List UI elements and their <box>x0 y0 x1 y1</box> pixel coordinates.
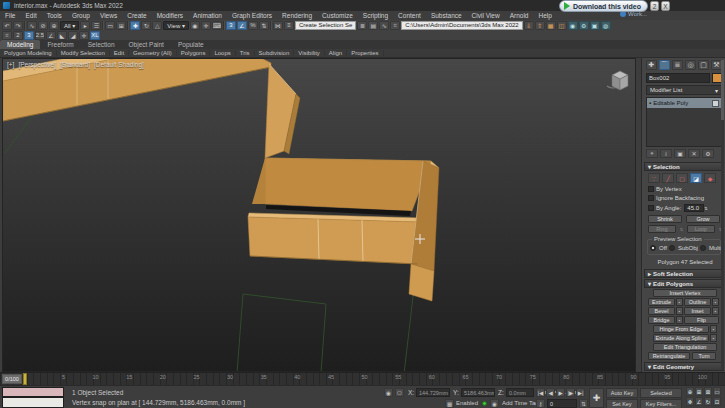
configure-modifier-sets-icon[interactable]: ⚙ <box>702 149 714 158</box>
viewcube[interactable] <box>607 71 628 90</box>
snaps-3d-icon[interactable]: 3 <box>24 31 34 40</box>
hinge-from-edge-button[interactable]: Hinge From Edge <box>653 325 709 333</box>
loop-button[interactable]: Loop <box>687 225 715 233</box>
zoom-all-icon[interactable]: ⊞ <box>695 387 703 396</box>
menu-views[interactable]: Views <box>95 12 122 19</box>
download-video-button[interactable]: Download this video <box>559 0 648 12</box>
named-selection-set-field[interactable]: Create Selection Se <box>295 21 356 30</box>
extrude-along-spline-settings-icon[interactable]: ▪ <box>710 334 717 342</box>
edit-geometry-rollout-header[interactable]: ▾ Edit Geometry <box>644 362 724 371</box>
flip-button[interactable]: Flip <box>684 316 719 324</box>
cone-icon-1[interactable]: ◣ <box>57 31 67 40</box>
extrude-button[interactable]: Extrude <box>648 298 675 306</box>
by-vertex-row[interactable]: By Vertex <box>648 186 722 192</box>
orbit-icon[interactable]: ↻ <box>704 397 712 406</box>
modifier-list-dropdown[interactable]: Modifier List ▾ <box>646 85 722 95</box>
unlink-selection-icon[interactable]: ⊘ <box>38 21 48 30</box>
ribbon-subtab-polygons[interactable]: Polygons <box>177 50 211 56</box>
curve-editor-icon[interactable]: ∿ <box>379 21 389 30</box>
panel-scrollbar[interactable] <box>721 60 724 370</box>
select-object-icon[interactable]: ▸ <box>80 21 90 30</box>
modifier-stack[interactable]: ▪ Editable Poly <box>646 97 722 147</box>
frame-spinner[interactable]: ⇅ <box>579 399 588 408</box>
snaps-toggle-icon[interactable]: 3 <box>226 21 236 30</box>
preview-off-radio[interactable] <box>650 245 656 251</box>
modify-tab-icon[interactable]: ⌒ <box>659 60 670 70</box>
show-end-result-icon[interactable]: ≀ <box>660 149 672 158</box>
ribbon-subtab-properties[interactable]: Properties <box>347 50 383 56</box>
go-to-end-button[interactable]: ▶| <box>576 388 585 397</box>
insert-vertex-button[interactable]: Insert Vertex <box>653 289 717 297</box>
outline-button[interactable]: Outline <box>684 298 711 306</box>
use-pivot-center-icon[interactable]: ◉ <box>190 21 200 30</box>
export-asset-icon[interactable]: ▦ <box>546 21 556 30</box>
menu-file[interactable]: File <box>0 12 20 19</box>
inset-settings-icon[interactable]: ▪ <box>712 307 719 315</box>
y-coordinate-field[interactable]: 5186.463mm <box>461 388 495 397</box>
key-filters-button[interactable]: Key Filters... <box>640 399 682 408</box>
make-unique-icon[interactable]: ▣ <box>674 149 686 158</box>
grow-button[interactable]: Grow <box>686 215 720 223</box>
time-slider-marker[interactable] <box>23 373 27 385</box>
selection-filter-dropdown[interactable]: All ▾ <box>60 21 79 30</box>
select-and-manipulate-icon[interactable]: ✛ <box>201 21 211 30</box>
bridge-settings-icon[interactable]: ▪ <box>676 316 683 324</box>
ribbon-subtab-edit[interactable]: Edit <box>110 50 129 56</box>
shrink-button[interactable]: Shrink <box>648 215 682 223</box>
menu-customize[interactable]: Customize <box>317 12 358 19</box>
person-plus-icon[interactable]: ✛ <box>79 31 89 40</box>
asset-library-icon[interactable]: ⇩ <box>524 21 534 30</box>
menu-content[interactable]: Content <box>393 12 426 19</box>
stack-item-editable-poly[interactable]: ▪ Editable Poly <box>647 98 721 108</box>
menu-animation[interactable]: Animation <box>188 12 227 19</box>
select-by-name-icon[interactable]: ☰ <box>91 21 101 30</box>
ribbon-tab-selection[interactable]: Selection <box>81 40 122 49</box>
maxscript-mini-listener[interactable] <box>2 397 64 408</box>
key-mode-toggle-icon[interactable]: ⚷ <box>536 399 545 408</box>
menu-group[interactable]: Group <box>67 12 95 19</box>
x-coordinate-field[interactable]: 144.729mm <box>416 388 450 397</box>
reference-coordinate-dropdown[interactable]: View ▾ <box>163 21 189 30</box>
ribbon-subtab-geometry-all-[interactable]: Geometry (All) <box>129 50 177 56</box>
menu-modifiers[interactable]: Modifiers <box>152 12 188 19</box>
menu-graph-editors[interactable]: Graph Editors <box>227 12 277 19</box>
angle-spinner[interactable]: ⇅ <box>704 206 707 211</box>
select-and-rotate-icon[interactable]: ↻ <box>141 21 151 30</box>
viewport-menu-plus[interactable]: [+] <box>7 61 14 68</box>
preview-subobj-radio[interactable] <box>669 245 675 251</box>
field-of-view-icon[interactable]: ∠ <box>695 397 703 406</box>
create-tab-icon[interactable]: ✚ <box>646 60 657 70</box>
turn-button[interactable]: Turn <box>692 352 716 360</box>
bevel-settings-icon[interactable]: ▪ <box>676 307 683 315</box>
ribbon-tab-modeling[interactable]: Modeling <box>0 40 40 49</box>
border-subobject-icon[interactable]: ▢ <box>676 173 688 183</box>
zoom-region-icon[interactable]: ▭ <box>713 387 721 396</box>
retriangulate-button[interactable]: Retriangulate <box>648 352 690 360</box>
rectangular-selection-region-icon[interactable]: ▭ <box>105 21 115 30</box>
menu-arnold[interactable]: Arnold <box>505 12 534 19</box>
viewport-canvas[interactable] <box>3 59 636 372</box>
snaps-25d-icon[interactable]: 2.5 <box>35 31 45 40</box>
menu-scripting[interactable]: Scripting <box>358 12 393 19</box>
edge-subobject-icon[interactable]: ╱ <box>662 173 674 183</box>
ribbon-subtab-tris[interactable]: Tris <box>236 50 255 56</box>
preview-multi-radio[interactable] <box>700 245 706 251</box>
z-coordinate-field[interactable]: 0.0mm <box>506 388 534 397</box>
set-keys-button[interactable]: ✚ <box>589 388 604 408</box>
zoom-extents-icon[interactable]: ⊠ <box>704 387 712 396</box>
inset-button[interactable]: Inset <box>684 307 711 315</box>
soft-selection-rollout-header[interactable]: ▸ Soft Selection <box>644 269 724 278</box>
display-tab-icon[interactable]: ▢ <box>698 60 709 70</box>
import-asset-icon[interactable]: ⇧ <box>535 21 545 30</box>
ribbon-subtab-subdivision[interactable]: Subdivision <box>255 50 295 56</box>
polygon-subobject-icon[interactable]: ◪ <box>690 173 702 183</box>
hinge-settings-icon[interactable]: ▪ <box>710 325 717 333</box>
menu-substance[interactable]: Substance <box>426 12 467 19</box>
angle-value-field[interactable]: 45.0 <box>684 204 704 212</box>
next-frame-button[interactable]: |▶ <box>566 388 575 397</box>
align-icon[interactable]: ≡ <box>284 21 294 30</box>
mirror-icon[interactable]: ⋈ <box>273 21 283 30</box>
play-button[interactable]: ▶ <box>556 388 565 397</box>
share-asset-icon[interactable]: ◫ <box>557 21 567 30</box>
window-crossing-icon[interactable]: ⊞ <box>116 21 126 30</box>
